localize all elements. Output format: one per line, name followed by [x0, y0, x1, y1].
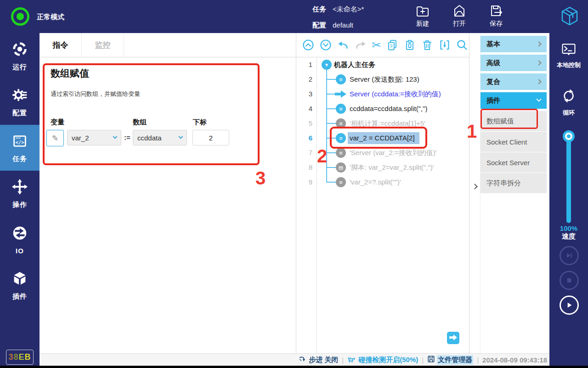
- task-label: 任务: [312, 5, 326, 14]
- annotation-number-2: 2: [317, 147, 327, 165]
- panel-title: 数组赋值: [51, 67, 89, 80]
- nav-item-plugin[interactable]: 插件: [0, 262, 40, 308]
- left-nav: 运行 配置: [0, 33, 40, 366]
- undo-icon[interactable]: [337, 39, 349, 51]
- svg-text:</>: </>: [16, 139, 24, 145]
- speed-slider-track[interactable]: [566, 135, 571, 223]
- top-bar: 正常模式 任务 <未命名>* 配置 default 新建: [0, 0, 588, 33]
- library-item-string-split[interactable]: 字符串拆分: [481, 173, 547, 194]
- speed-label: 速度: [549, 232, 588, 241]
- local-control-button[interactable]: 本地控制: [549, 42, 588, 69]
- nav-label-io: IO: [16, 247, 24, 255]
- panel-collapse-handle[interactable]: [469, 33, 481, 353]
- save-task-icon: [489, 4, 503, 18]
- paste-icon[interactable]: [404, 39, 416, 51]
- step-arrow-icon: [299, 355, 307, 365]
- speed-slider-knob[interactable]: [563, 130, 575, 142]
- right-control-rail: 本地控制 循环 100% 速度: [549, 33, 588, 366]
- config-value: default: [333, 21, 353, 30]
- tree-row-text: 'var_2=?.split("")': [350, 175, 401, 190]
- cut-icon[interactable]: ✂: [372, 39, 381, 51]
- bottom-strip: [0, 366, 588, 368]
- library-item-array-assign[interactable]: 数组赋值: [481, 111, 547, 132]
- tree-row[interactable]: Server (ccddata:=接收到的值): [317, 87, 469, 101]
- io-icon: [11, 224, 28, 244]
- tree-row[interactable]: ≡ Server (发送数据: 123): [317, 72, 469, 87]
- run-icon: [11, 40, 28, 60]
- array-select[interactable]: ccddata: [133, 130, 187, 145]
- pencil-icon: ✎: [52, 134, 58, 143]
- file-manager-button[interactable]: 文件管理器: [427, 355, 473, 365]
- chevron-right-icon: [536, 41, 541, 46]
- nav-label-plugin: 插件: [12, 292, 27, 301]
- step-into-button[interactable]: [447, 332, 459, 344]
- chevron-right-icon[interactable]: [472, 184, 478, 190]
- search-icon[interactable]: [456, 39, 469, 51]
- terminal-icon: [560, 42, 577, 59]
- disk-icon: [427, 355, 435, 364]
- task-info-row: 任务 <未命名>*: [312, 5, 364, 14]
- collapse-node-icon[interactable]: ▼: [322, 60, 332, 70]
- category-advanced[interactable]: 高级: [481, 55, 547, 71]
- variable-select[interactable]: var_2: [67, 130, 121, 145]
- config-label: 配置: [312, 21, 326, 30]
- library-item-socket-client[interactable]: Socket Client: [481, 132, 547, 152]
- tree-row-text: Server (ccddata:=接收到的值): [350, 87, 441, 101]
- category-plugin[interactable]: 插件: [481, 92, 547, 109]
- redo-icon[interactable]: [354, 39, 367, 51]
- open-task-button[interactable]: 打开: [445, 4, 474, 28]
- delete-icon[interactable]: [421, 39, 434, 51]
- chevron-down-icon: [179, 134, 183, 139]
- nav-item-task[interactable]: </> 任务: [0, 125, 40, 171]
- editor-tabs: 指令 监控: [40, 33, 296, 57]
- library-item-socket-server[interactable]: Socket Server: [481, 152, 547, 173]
- array-label: 数组: [133, 118, 147, 127]
- step-mode-status[interactable]: 步进 关闭: [299, 355, 338, 365]
- tree-row[interactable]: ≡ 'Server (var_2:=接收到的值)': [317, 145, 469, 160]
- nav-item-jog[interactable]: 操作: [0, 171, 40, 217]
- line-number: 4: [299, 101, 312, 116]
- tree-row[interactable]: ≡ '相机计算:=ccddata[1]+5': [317, 116, 469, 131]
- stop-button[interactable]: [560, 271, 579, 290]
- timestamp: 2024-08-09 09:43:18: [482, 356, 547, 364]
- command-icon-disabled: ≡: [336, 148, 346, 158]
- tree-row[interactable]: ▤ '脚本: var_2=var_2.split(",")': [317, 160, 469, 175]
- config-icon: [11, 86, 28, 106]
- collapse-all-icon[interactable]: [302, 39, 314, 51]
- category-basic[interactable]: 基本: [481, 36, 547, 52]
- edit-variable-button[interactable]: ✎: [46, 130, 64, 146]
- nav-item-config[interactable]: 配置: [0, 79, 40, 125]
- expand-all-icon[interactable]: [319, 39, 332, 51]
- line-number: 6: [299, 131, 312, 145]
- step-button[interactable]: [560, 246, 579, 265]
- variable-select-value: var_2: [72, 134, 89, 142]
- tree-toolbar: ✂: [296, 33, 469, 57]
- separator: |: [422, 356, 424, 364]
- nav-item-run[interactable]: 运行: [0, 33, 40, 79]
- tree-row[interactable]: ▼ 机器人主任务: [317, 57, 469, 72]
- new-task-button[interactable]: 新建: [408, 4, 437, 28]
- collision-status[interactable]: 碰撞检测开启(50%): [347, 355, 418, 365]
- tree-row[interactable]: ≡ ccddata=ccddata.split(","): [317, 101, 469, 116]
- insert-icon[interactable]: [439, 39, 451, 51]
- tab-instruction[interactable]: 指令: [40, 33, 82, 57]
- play-button[interactable]: [560, 296, 579, 315]
- tab-monitor[interactable]: 监控: [82, 33, 124, 57]
- line-number: 1: [299, 57, 312, 72]
- collision-robot-icon: [347, 355, 356, 365]
- line-number: 9: [299, 175, 312, 190]
- loop-button[interactable]: 循环: [549, 87, 588, 117]
- nav-item-io[interactable]: IO: [0, 217, 40, 262]
- code-badge: 38EB: [6, 350, 34, 365]
- copy-icon[interactable]: [386, 39, 399, 51]
- tree-row-selected[interactable]: ≡ var_2 = CCDDATA[2]: [317, 131, 469, 145]
- tree-row[interactable]: ≡ 'var_2=?.split("")': [317, 175, 469, 190]
- plugin-icon: [11, 270, 28, 289]
- nav-label-run: 运行: [12, 63, 27, 72]
- instruction-library: 基本 高级 复合 插件 数组赋值 Socket Client Socket Se…: [481, 33, 549, 353]
- category-composite[interactable]: 复合: [481, 73, 547, 90]
- jog-icon: [11, 178, 28, 197]
- save-task-button[interactable]: 保存: [481, 4, 511, 28]
- tree-row-text: var_2 = CCDDATA[2]: [348, 132, 419, 144]
- index-input[interactable]: [192, 130, 229, 145]
